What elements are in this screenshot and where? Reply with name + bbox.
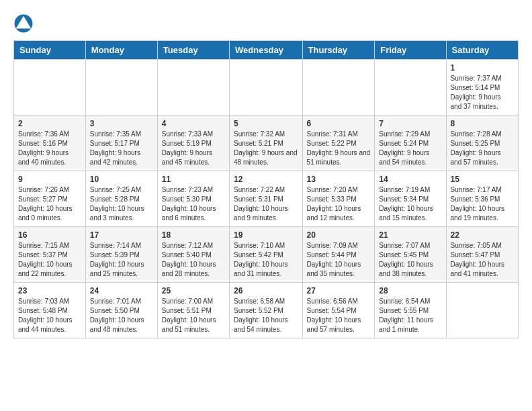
day-number: 17 (90, 230, 153, 240)
calendar-cell: 25Sunrise: 7:00 AM Sunset: 5:51 PM Dayli… (157, 283, 229, 338)
weekday-header: Friday (375, 41, 446, 60)
calendar-cell: 9Sunrise: 7:26 AM Sunset: 5:27 PM Daylig… (14, 171, 86, 227)
weekday-header-row: SundayMondayTuesdayWednesdayThursdayFrid… (14, 41, 519, 60)
day-number: 5 (234, 119, 298, 128)
calendar-cell (302, 60, 375, 116)
day-number: 22 (451, 230, 514, 240)
day-number: 3 (90, 119, 153, 128)
day-info: Sunrise: 7:23 AM Sunset: 5:30 PM Dayligh… (162, 185, 225, 223)
day-number: 8 (451, 119, 514, 128)
day-info: Sunrise: 7:10 AM Sunset: 5:42 PM Dayligh… (234, 241, 298, 279)
calendar-cell: 12Sunrise: 7:22 AM Sunset: 5:31 PM Dayli… (230, 171, 303, 227)
day-info: Sunrise: 7:17 AM Sunset: 5:36 PM Dayligh… (451, 185, 514, 223)
day-number: 4 (162, 119, 225, 128)
day-info: Sunrise: 7:37 AM Sunset: 5:14 PM Dayligh… (451, 74, 514, 111)
day-number: 2 (18, 119, 81, 128)
calendar-cell: 1Sunrise: 7:37 AM Sunset: 5:14 PM Daylig… (446, 60, 518, 116)
calendar-cell: 17Sunrise: 7:14 AM Sunset: 5:39 PM Dayli… (85, 227, 157, 283)
day-number: 20 (307, 230, 371, 240)
calendar-cell: 23Sunrise: 7:03 AM Sunset: 5:48 PM Dayli… (14, 283, 86, 338)
day-number: 1 (451, 63, 514, 73)
calendar-cell: 26Sunrise: 6:58 AM Sunset: 5:52 PM Dayli… (230, 283, 303, 338)
weekday-header: Monday (85, 41, 157, 60)
day-info: Sunrise: 7:20 AM Sunset: 5:33 PM Dayligh… (307, 185, 371, 223)
day-number: 16 (18, 230, 81, 240)
day-number: 15 (451, 175, 514, 184)
day-info: Sunrise: 7:09 AM Sunset: 5:44 PM Dayligh… (307, 241, 371, 279)
calendar-cell: 4Sunrise: 7:33 AM Sunset: 5:19 PM Daylig… (157, 116, 229, 171)
day-info: Sunrise: 6:56 AM Sunset: 5:54 PM Dayligh… (307, 297, 371, 334)
day-info: Sunrise: 7:15 AM Sunset: 5:37 PM Dayligh… (18, 241, 81, 279)
logo (13, 13, 36, 34)
calendar-cell: 24Sunrise: 7:01 AM Sunset: 5:50 PM Dayli… (85, 283, 157, 338)
calendar-cell: 2Sunrise: 7:36 AM Sunset: 5:16 PM Daylig… (14, 116, 86, 171)
day-number: 27 (307, 286, 371, 295)
day-number: 26 (234, 286, 298, 295)
calendar-cell: 16Sunrise: 7:15 AM Sunset: 5:37 PM Dayli… (14, 227, 86, 283)
day-info: Sunrise: 7:07 AM Sunset: 5:45 PM Dayligh… (379, 241, 441, 279)
day-info: Sunrise: 7:19 AM Sunset: 5:34 PM Dayligh… (379, 185, 441, 223)
calendar-cell: 20Sunrise: 7:09 AM Sunset: 5:44 PM Dayli… (302, 227, 375, 283)
calendar-cell: 22Sunrise: 7:05 AM Sunset: 5:47 PM Dayli… (446, 227, 518, 283)
day-number: 23 (18, 286, 81, 295)
calendar-cell: 27Sunrise: 6:56 AM Sunset: 5:54 PM Dayli… (302, 283, 375, 338)
page-header (13, 13, 519, 34)
calendar-cell (85, 60, 157, 116)
calendar-cell: 21Sunrise: 7:07 AM Sunset: 5:45 PM Dayli… (375, 227, 446, 283)
day-number: 11 (162, 175, 225, 184)
calendar-cell: 8Sunrise: 7:28 AM Sunset: 5:25 PM Daylig… (446, 116, 518, 171)
calendar-cell: 19Sunrise: 7:10 AM Sunset: 5:42 PM Dayli… (230, 227, 303, 283)
day-number: 21 (379, 230, 441, 240)
day-info: Sunrise: 6:58 AM Sunset: 5:52 PM Dayligh… (234, 297, 298, 334)
day-number: 6 (307, 119, 371, 128)
calendar-cell: 7Sunrise: 7:29 AM Sunset: 5:24 PM Daylig… (375, 116, 446, 171)
day-info: Sunrise: 7:12 AM Sunset: 5:40 PM Dayligh… (162, 241, 225, 279)
calendar-cell (230, 60, 303, 116)
calendar-cell (446, 283, 518, 338)
calendar-week-row: 1Sunrise: 7:37 AM Sunset: 5:14 PM Daylig… (14, 60, 519, 116)
day-number: 19 (234, 230, 298, 240)
calendar-cell: 5Sunrise: 7:32 AM Sunset: 5:21 PM Daylig… (230, 116, 303, 171)
day-number: 18 (162, 230, 225, 240)
weekday-header: Saturday (446, 41, 518, 60)
day-info: Sunrise: 7:05 AM Sunset: 5:47 PM Dayligh… (451, 241, 514, 279)
calendar-cell: 10Sunrise: 7:25 AM Sunset: 5:28 PM Dayli… (85, 171, 157, 227)
weekday-header: Sunday (14, 41, 86, 60)
calendar-week-row: 23Sunrise: 7:03 AM Sunset: 5:48 PM Dayli… (14, 283, 519, 338)
calendar-cell (14, 60, 86, 116)
day-info: Sunrise: 7:25 AM Sunset: 5:28 PM Dayligh… (90, 185, 153, 223)
calendar-cell: 11Sunrise: 7:23 AM Sunset: 5:30 PM Dayli… (157, 171, 229, 227)
weekday-header: Wednesday (230, 41, 303, 60)
calendar-week-row: 2Sunrise: 7:36 AM Sunset: 5:16 PM Daylig… (14, 116, 519, 171)
day-number: 9 (18, 175, 81, 184)
day-info: Sunrise: 7:03 AM Sunset: 5:48 PM Dayligh… (18, 297, 81, 334)
day-number: 24 (90, 286, 153, 295)
day-info: Sunrise: 7:29 AM Sunset: 5:24 PM Dayligh… (379, 130, 441, 167)
calendar-cell: 18Sunrise: 7:12 AM Sunset: 5:40 PM Dayli… (157, 227, 229, 283)
logo-icon (13, 13, 34, 34)
calendar-cell (375, 60, 446, 116)
day-info: Sunrise: 6:54 AM Sunset: 5:55 PM Dayligh… (379, 297, 441, 334)
calendar-cell: 3Sunrise: 7:35 AM Sunset: 5:17 PM Daylig… (85, 116, 157, 171)
day-number: 10 (90, 175, 153, 184)
day-number: 28 (379, 286, 441, 295)
day-number: 7 (379, 119, 441, 128)
day-info: Sunrise: 7:01 AM Sunset: 5:50 PM Dayligh… (90, 297, 153, 334)
day-info: Sunrise: 7:22 AM Sunset: 5:31 PM Dayligh… (234, 185, 298, 223)
day-number: 25 (162, 286, 225, 295)
day-info: Sunrise: 7:28 AM Sunset: 5:25 PM Dayligh… (451, 130, 514, 167)
day-number: 13 (307, 175, 371, 184)
day-info: Sunrise: 7:00 AM Sunset: 5:51 PM Dayligh… (162, 297, 225, 334)
day-info: Sunrise: 7:36 AM Sunset: 5:16 PM Dayligh… (18, 130, 81, 167)
weekday-header: Thursday (302, 41, 375, 60)
calendar-cell: 15Sunrise: 7:17 AM Sunset: 5:36 PM Dayli… (446, 171, 518, 227)
day-info: Sunrise: 7:26 AM Sunset: 5:27 PM Dayligh… (18, 185, 81, 223)
calendar-cell: 14Sunrise: 7:19 AM Sunset: 5:34 PM Dayli… (375, 171, 446, 227)
day-info: Sunrise: 7:31 AM Sunset: 5:22 PM Dayligh… (307, 130, 371, 167)
day-info: Sunrise: 7:35 AM Sunset: 5:17 PM Dayligh… (90, 130, 153, 167)
calendar-cell: 6Sunrise: 7:31 AM Sunset: 5:22 PM Daylig… (302, 116, 375, 171)
weekday-header: Tuesday (157, 41, 229, 60)
day-info: Sunrise: 7:14 AM Sunset: 5:39 PM Dayligh… (90, 241, 153, 279)
day-number: 14 (379, 175, 441, 184)
calendar-cell (157, 60, 229, 116)
